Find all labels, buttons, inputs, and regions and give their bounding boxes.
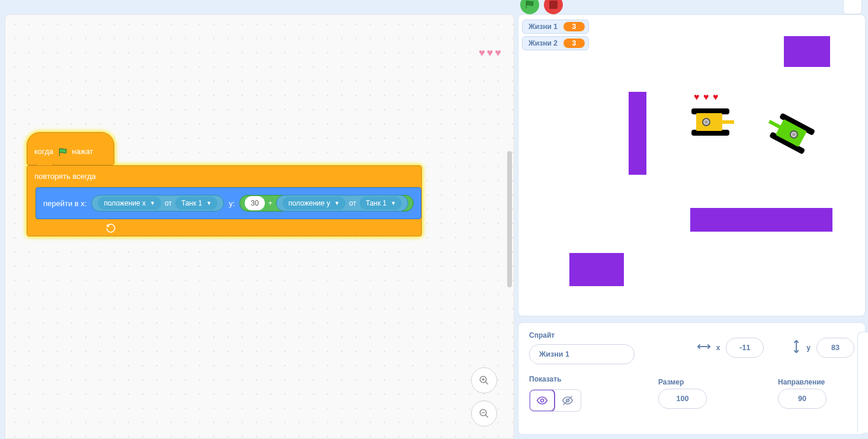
scrollbar[interactable]	[505, 151, 514, 329]
sensing-of-y-reporter[interactable]: положение y▼ от Танк 1▼	[276, 195, 409, 212]
size-label: Размер	[658, 378, 684, 386]
backdrop-panel-edge	[857, 332, 868, 432]
show-visible-button[interactable]	[529, 389, 555, 412]
variable-monitor-lives1[interactable]: Жизни 1 3	[522, 20, 589, 34]
sprite-info-panel: Спрайт Жизни 1 x -11 y 83 Показать	[518, 322, 866, 435]
y-input[interactable]: 83	[816, 338, 854, 358]
tank1-x-dropdown[interactable]: Танк 1▼	[175, 197, 217, 210]
sensing-of-x-reporter[interactable]: положение x▼ от Танк 1▼	[91, 195, 224, 212]
top-bar	[0, 0, 868, 14]
scrollbar-thumb[interactable]	[507, 151, 512, 287]
svg-line-5	[485, 415, 488, 418]
svg-line-1	[485, 382, 488, 384]
direction-input[interactable]: 90	[778, 389, 827, 409]
plus-operator-reporter[interactable]: 30 + положение y▼ от Танк 1▼	[239, 195, 414, 212]
show-hidden-button[interactable]	[555, 390, 581, 411]
variable-monitor-lives2[interactable]: Жизни 2 3	[522, 36, 589, 50]
x-label: x	[716, 344, 720, 352]
var1-label: Жизни 1	[529, 23, 558, 31]
plus-label: +	[268, 199, 273, 207]
position-x-dropdown[interactable]: положение x▼	[98, 197, 161, 210]
of-label-2: от	[349, 199, 356, 207]
stage[interactable]: Жизни 1 3 Жизни 2 3 ♥ ♥ ♥	[518, 14, 866, 316]
var2-value: 3	[563, 39, 585, 48]
code-editor[interactable]: ♥ ♥ ♥ когда нажат повторять всегда перей…	[5, 14, 514, 439]
sprite-name-input[interactable]: Жизни 1	[529, 344, 635, 364]
script-stack[interactable]: когда нажат повторять всегда перейти в x…	[27, 132, 422, 236]
when-flag-clicked-block[interactable]: когда нажат	[27, 132, 114, 165]
sprite-label: Спрайт	[529, 331, 635, 339]
hearts-sprite[interactable]: ♥ ♥ ♥	[694, 92, 719, 102]
tank1-sprite[interactable]	[690, 107, 732, 137]
goto-x-label: перейти в x:	[43, 199, 87, 208]
zoom-in-button[interactable]	[471, 367, 497, 393]
x-input[interactable]: -11	[726, 338, 764, 358]
xy-vertical-icon	[792, 340, 800, 355]
obstacle	[690, 208, 832, 232]
tank2-sprite[interactable]	[767, 111, 818, 156]
hat-text-prefix: когда	[34, 147, 53, 156]
goto-xy-block[interactable]: перейти в x: положение x▼ от Танк 1▼ y:	[36, 187, 421, 219]
direction-label: Направление	[778, 378, 825, 386]
hat-text-suffix: нажат	[72, 147, 93, 156]
size-input[interactable]: 100	[658, 389, 707, 409]
obstacle	[629, 92, 646, 175]
y-label: y:	[229, 199, 235, 208]
green-flag-icon	[58, 148, 68, 157]
show-label: Показать	[529, 375, 581, 383]
loop-arrow-icon	[105, 223, 116, 233]
obstacle	[784, 36, 830, 67]
position-y-dropdown[interactable]: положение y▼	[283, 197, 346, 210]
svg-point-9	[541, 399, 544, 402]
obstacle	[569, 253, 624, 286]
of-label: от	[165, 199, 172, 207]
forever-label: повторять всегда	[27, 166, 122, 187]
number-input-30[interactable]: 30	[245, 196, 264, 210]
y-label: y	[806, 344, 811, 352]
zoom-out-button[interactable]	[471, 400, 497, 427]
stage-size-button[interactable]	[843, 0, 862, 14]
visibility-toggle[interactable]	[529, 389, 581, 412]
stop-button[interactable]	[544, 0, 563, 14]
var2-label: Жизни 2	[529, 39, 558, 47]
forever-bottom	[27, 220, 122, 236]
forever-block[interactable]: повторять всегда перейти в x: положение …	[27, 165, 422, 236]
run-green-flag-button[interactable]	[520, 0, 539, 14]
var1-value: 3	[563, 22, 585, 31]
tank1-y-dropdown[interactable]: Танк 1▼	[360, 197, 402, 210]
hearts-preview: ♥ ♥ ♥	[479, 47, 501, 59]
xy-horizontal-icon	[697, 342, 710, 353]
